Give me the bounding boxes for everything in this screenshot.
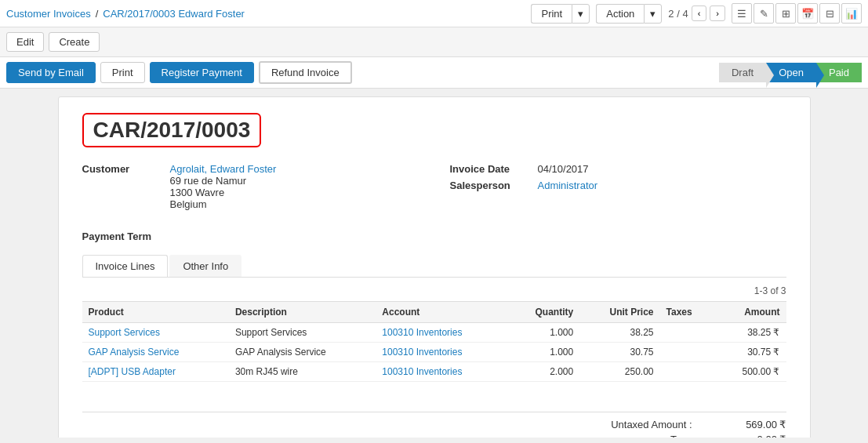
invoice-lines-table: Product Description Account Quantity Uni… — [82, 301, 786, 382]
breadcrumb-bar: Customer Invoices / CAR/2017/0003 Edward… — [0, 0, 868, 27]
records-count: 1-3 of 3 — [82, 285, 786, 296]
salesperson-label: Salesperson — [450, 180, 528, 191]
untaxed-row: Untaxed Amount : 569.00 ₹ — [82, 419, 786, 430]
cell-quantity: 1.000 — [507, 343, 579, 362]
cell-account[interactable]: 100310 Inventories — [376, 362, 507, 382]
cell-amount: 30.75 ₹ — [714, 343, 786, 362]
invoice-date-row: Invoice Date 04/10/2017 — [450, 163, 786, 175]
edit-toolbar: Edit Create — [0, 27, 868, 57]
cell-taxes — [660, 343, 715, 362]
nav-prev[interactable]: ‹ — [692, 5, 707, 21]
tab-other-info[interactable]: Other Info — [169, 255, 242, 277]
customer-row: Customer Agrolait, Edward Foster 69 rue … — [82, 163, 419, 210]
col-taxes: Taxes — [660, 302, 715, 323]
cell-quantity: 1.000 — [507, 323, 579, 343]
table-row: [ADPT] USB Adapter 30m RJ45 wire 100310 … — [82, 362, 786, 382]
table-row: Support Services Support Services 100310… — [82, 323, 786, 343]
cell-description: GAP Analysis Service — [229, 343, 376, 362]
customer-address3: Belgium — [170, 198, 277, 210]
nav-count: 2 / 4 — [668, 8, 688, 20]
payment-term-section: Payment Term — [82, 231, 786, 242]
col-account: Account — [376, 302, 507, 323]
cell-unit-price: 250.00 — [579, 362, 659, 382]
main-content: CAR/2017/0003 Customer Agrolait, Edward … — [0, 89, 868, 438]
breadcrumb-parent[interactable]: Customer Invoices — [6, 8, 91, 20]
print-caret[interactable]: ▾ — [572, 4, 590, 24]
nav-next[interactable]: › — [710, 5, 725, 21]
list-view-icon[interactable]: ☰ — [732, 3, 752, 24]
payment-term-label: Payment Term — [82, 231, 152, 242]
invoice-card: CAR/2017/0003 Customer Agrolait, Edward … — [58, 96, 811, 438]
action-bar: Send by Email Print Register Payment Ref… — [0, 57, 868, 89]
tax-row: Tax : 0.00 ₹ — [82, 434, 786, 438]
breadcrumb-separator: / — [96, 8, 99, 20]
nav-controls: 2 / 4 ‹ › — [668, 5, 725, 21]
table-header-row: Product Description Account Quantity Uni… — [82, 302, 786, 323]
col-product: Product — [82, 302, 229, 323]
customer-label: Customer — [82, 163, 161, 210]
pivot-view-icon[interactable]: ⊟ — [819, 3, 840, 24]
cell-product[interactable]: [ADPT] USB Adapter — [82, 362, 229, 382]
tabs: Invoice Lines Other Info — [82, 255, 786, 278]
customer-address1: 69 rue de Namur — [170, 175, 277, 187]
col-description: Description — [229, 302, 376, 323]
print-btn-group: Print ▾ — [531, 4, 590, 24]
refund-invoice-button[interactable]: Refund Invoice — [259, 61, 352, 84]
cell-product[interactable]: Support Services — [82, 323, 229, 343]
invoice-date-label: Invoice Date — [450, 163, 528, 175]
print-button[interactable]: Print — [531, 4, 572, 24]
cell-quantity: 2.000 — [507, 362, 579, 382]
action-btn-group: Action ▾ — [596, 4, 662, 24]
customer-info: Agrolait, Edward Foster 69 rue de Namur … — [170, 163, 277, 210]
cell-taxes — [660, 323, 715, 343]
graph-view-icon[interactable]: 📊 — [841, 3, 862, 24]
untaxed-value: 569.00 ₹ — [708, 419, 786, 430]
col-quantity: Quantity — [507, 302, 579, 323]
cell-amount: 38.25 ₹ — [714, 323, 786, 343]
calendar-view-icon[interactable]: 📅 — [797, 3, 818, 24]
cell-account[interactable]: 100310 Inventories — [376, 343, 507, 362]
edit-view-icon[interactable]: ✎ — [754, 3, 774, 24]
cell-unit-price: 38.25 — [579, 323, 659, 343]
view-icons: ☰ ✎ ⊞ 📅 ⊟ 📊 — [732, 3, 862, 24]
col-amount: Amount — [714, 302, 786, 323]
breadcrumb-current: CAR/2017/0003 Edward Foster — [103, 8, 245, 20]
status-draft[interactable]: Draft — [719, 63, 766, 82]
col-unit-price: Unit Price — [579, 302, 659, 323]
create-button[interactable]: Create — [49, 32, 100, 52]
tax-label: Tax : — [583, 434, 708, 438]
info-section: Customer Agrolait, Edward Foster 69 rue … — [82, 163, 786, 215]
send-by-email-button[interactable]: Send by Email — [6, 62, 96, 83]
cell-product[interactable]: GAP Analysis Service — [82, 343, 229, 362]
info-left: Customer Agrolait, Edward Foster 69 rue … — [82, 163, 419, 215]
invoice-number: CAR/2017/0003 — [82, 113, 262, 147]
salesperson-value[interactable]: Administrator — [538, 180, 598, 191]
cell-unit-price: 30.75 — [579, 343, 659, 362]
cell-description: Support Services — [229, 323, 376, 343]
edit-button[interactable]: Edit — [6, 32, 44, 52]
status-bar: Draft Open Paid — [719, 63, 862, 82]
register-payment-button[interactable]: Register Payment — [150, 62, 254, 83]
salesperson-row: Salesperson Administrator — [450, 180, 786, 191]
action-button[interactable]: Action — [596, 4, 644, 24]
invoice-date-value: 04/10/2017 — [538, 163, 589, 175]
untaxed-label: Untaxed Amount : — [583, 419, 708, 430]
cell-amount: 500.00 ₹ — [714, 362, 786, 382]
action-caret[interactable]: ▾ — [644, 4, 662, 24]
customer-name[interactable]: Agrolait, Edward Foster — [170, 163, 277, 175]
print-action-button[interactable]: Print — [100, 62, 145, 83]
info-right: Invoice Date 04/10/2017 Salesperson Admi… — [450, 163, 786, 215]
cell-account[interactable]: 100310 Inventories — [376, 323, 507, 343]
totals-section: Untaxed Amount : 569.00 ₹ Tax : 0.00 ₹ T… — [82, 398, 786, 438]
table-row: GAP Analysis Service GAP Analysis Servic… — [82, 343, 786, 362]
tab-invoice-lines[interactable]: Invoice Lines — [82, 255, 169, 277]
cell-taxes — [660, 362, 715, 382]
kanban-view-icon[interactable]: ⊞ — [775, 3, 796, 24]
customer-address2: 1300 Wavre — [170, 187, 277, 198]
cell-description: 30m RJ45 wire — [229, 362, 376, 382]
tax-value: 0.00 ₹ — [708, 434, 786, 438]
